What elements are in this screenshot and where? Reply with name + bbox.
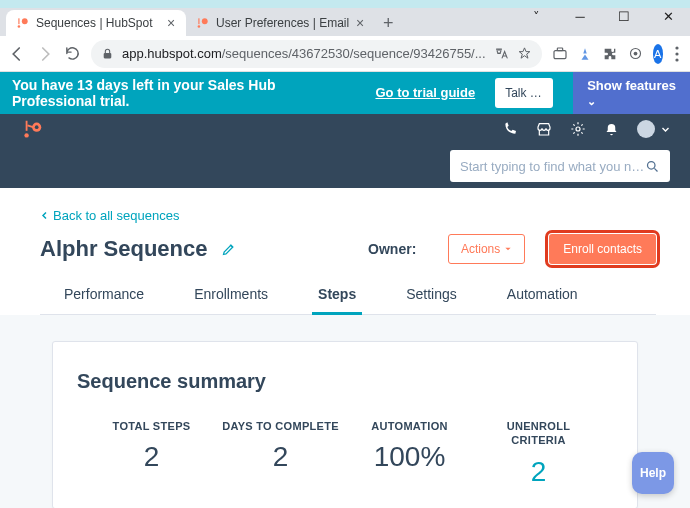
browser-tab-preferences[interactable]: User Preferences | Email × <box>186 10 375 36</box>
svg-point-10 <box>633 52 637 56</box>
bell-icon[interactable] <box>604 122 619 137</box>
phone-icon[interactable] <box>502 121 518 137</box>
tab-settings[interactable]: Settings <box>406 286 457 314</box>
sequence-title: Alphr Sequence <box>40 236 207 262</box>
svg-point-0 <box>22 18 28 24</box>
forward-button[interactable] <box>36 44 54 64</box>
svg-point-19 <box>576 127 580 131</box>
svg-rect-1 <box>18 18 19 24</box>
translate-icon[interactable] <box>494 46 509 61</box>
svg-point-3 <box>202 18 208 24</box>
svg-point-11 <box>676 46 679 49</box>
stat-days-complete: DAYS TO COMPLETE 2 <box>216 419 345 488</box>
edit-icon[interactable] <box>221 242 236 257</box>
svg-point-12 <box>676 52 679 55</box>
tab-title: User Preferences | Email <box>216 16 349 30</box>
window-maximize[interactable]: ☐ <box>602 2 646 30</box>
svg-point-13 <box>676 58 679 61</box>
window-controls: ˅ ─ ☐ ✕ <box>514 2 690 30</box>
owner-label: Owner: <box>268 241 416 257</box>
chevron-down-icon <box>661 125 670 134</box>
hubspot-favicon <box>196 16 210 30</box>
url-text: app.hubspot.com/sequences/43672530/seque… <box>122 46 486 61</box>
stat-value: 100% <box>345 441 474 473</box>
extension-icon-3[interactable] <box>628 45 643 63</box>
new-tab-button[interactable]: + <box>375 10 401 36</box>
summary-title: Sequence summary <box>77 370 613 393</box>
svg-point-2 <box>18 25 21 28</box>
svg-rect-16 <box>26 121 28 131</box>
back-button[interactable] <box>8 44 26 64</box>
extension-icon-2[interactable] <box>578 45 592 63</box>
show-features-label: Show features <box>587 78 676 93</box>
help-button[interactable]: Help <box>632 452 674 494</box>
stat-value: 2 <box>216 441 345 473</box>
back-to-sequences-link[interactable]: Back to all sequences <box>40 208 179 223</box>
menu-icon[interactable] <box>673 45 682 63</box>
page-content: Back to all sequences Alphr Sequence Own… <box>0 188 690 508</box>
stat-label: UNENROLL CRITERIA <box>499 419 579 448</box>
tab-automation[interactable]: Automation <box>507 286 578 314</box>
window-dropdown[interactable]: ˅ <box>514 2 558 30</box>
svg-line-21 <box>654 168 657 171</box>
tab-enrollments[interactable]: Enrollments <box>194 286 268 314</box>
svg-rect-4 <box>198 18 199 24</box>
stat-label: AUTOMATION <box>345 419 474 433</box>
window-minimize[interactable]: ─ <box>558 2 602 30</box>
search-icon <box>645 159 660 174</box>
window-close[interactable]: ✕ <box>646 2 690 30</box>
svg-point-5 <box>198 25 201 28</box>
show-features-button[interactable]: Show features ⌄ <box>573 72 690 114</box>
talk-to-sales-button[interactable]: Talk to Sa... <box>495 78 553 108</box>
sequence-tabs: Performance Enrollments Steps Settings A… <box>40 286 656 315</box>
lock-icon <box>101 47 114 60</box>
avatar <box>637 120 655 138</box>
close-icon[interactable]: × <box>164 16 178 30</box>
enroll-contacts-button[interactable]: Enroll contacts <box>549 234 656 264</box>
trial-banner: You have 13 days left in your Sales Hub … <box>0 72 690 114</box>
actions-label: Actions <box>461 242 500 256</box>
svg-point-17 <box>24 133 28 137</box>
stat-unenroll-criteria[interactable]: UNENROLL CRITERIA 2 <box>474 419 603 488</box>
search-placeholder: Start typing to find what you need <box>460 159 645 174</box>
extensions-puzzle-icon[interactable] <box>602 45 618 63</box>
hubspot-logo[interactable] <box>22 118 44 140</box>
browser-toolbar: app.hubspot.com/sequences/43672530/seque… <box>0 36 690 72</box>
svg-line-18 <box>28 125 34 127</box>
svg-rect-7 <box>554 50 566 58</box>
hubspot-nav <box>0 114 690 144</box>
tab-title: Sequences | HubSpot <box>36 16 160 30</box>
caret-down-icon <box>504 245 512 253</box>
account-menu[interactable] <box>637 120 670 138</box>
trial-text: You have 13 days left in your Sales Hub … <box>12 77 355 109</box>
svg-point-20 <box>648 161 656 169</box>
stat-value: 2 <box>474 456 603 488</box>
address-bar[interactable]: app.hubspot.com/sequences/43672530/seque… <box>91 40 542 68</box>
browser-tab-sequences[interactable]: Sequences | HubSpot × <box>6 10 186 36</box>
stat-total-steps: TOTAL STEPS 2 <box>87 419 216 488</box>
close-icon[interactable]: × <box>353 16 367 30</box>
trial-guide-link[interactable]: Go to trial guide <box>375 85 475 102</box>
stat-automation: AUTOMATION 100% <box>345 419 474 488</box>
search-input[interactable]: Start typing to find what you need <box>450 150 670 182</box>
chevron-left-icon <box>40 211 49 220</box>
star-icon[interactable] <box>517 46 532 61</box>
tab-steps[interactable]: Steps <box>318 286 356 314</box>
reload-button[interactable] <box>64 44 81 64</box>
svg-rect-6 <box>104 53 112 58</box>
back-link-label: Back to all sequences <box>53 208 179 223</box>
svg-rect-8 <box>557 48 562 51</box>
svg-point-15 <box>35 125 39 129</box>
profile-avatar[interactable]: A <box>653 44 663 64</box>
extension-icon[interactable] <box>552 45 568 63</box>
actions-button[interactable]: Actions <box>448 234 525 264</box>
marketplace-icon[interactable] <box>536 121 552 137</box>
hubspot-search-row: Start typing to find what you need <box>0 144 690 188</box>
hubspot-favicon <box>16 16 30 30</box>
browser-tab-strip: Sequences | HubSpot × User Preferences |… <box>0 8 690 36</box>
gear-icon[interactable] <box>570 121 586 137</box>
stat-label: TOTAL STEPS <box>87 419 216 433</box>
stat-label: DAYS TO COMPLETE <box>216 419 345 433</box>
sequence-summary-card: Sequence summary TOTAL STEPS 2 DAYS TO C… <box>52 341 638 508</box>
tab-performance[interactable]: Performance <box>64 286 144 314</box>
